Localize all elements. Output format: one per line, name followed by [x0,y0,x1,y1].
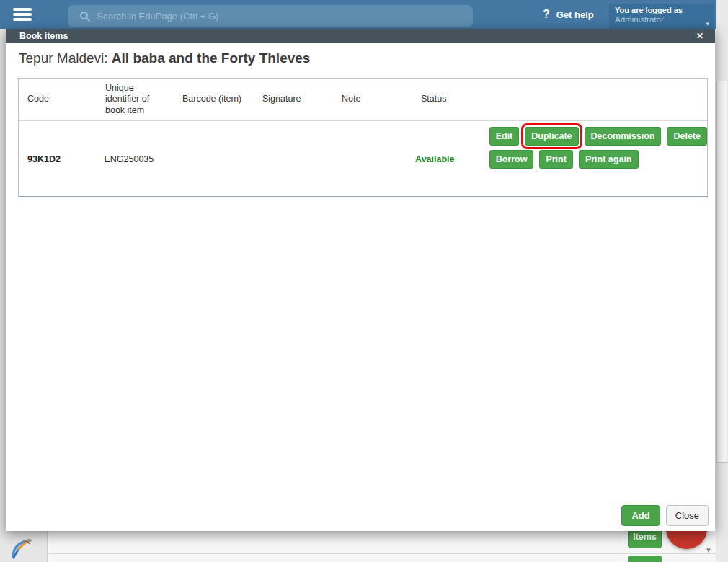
search-box[interactable] [68,5,473,27]
close-icon[interactable]: ✕ [694,29,706,43]
book-items-modal: Book items ✕ Tepur Maldevi: Ali baba and… [6,29,715,531]
cell-barcode [172,121,250,195]
column-header-signature: Signature [254,94,333,105]
scrollbar-thumb[interactable] [716,81,727,463]
search-input[interactable] [97,11,443,22]
column-header-barcode: Barcode (item) [174,94,254,105]
search-icon [79,11,91,22]
actions-line-2: Borrow Print Print again [489,150,707,169]
edit-button[interactable]: Edit [489,127,520,146]
column-header-note: Note [333,94,412,105]
edupage-pen-logo-icon [9,535,35,561]
table-row: 93K1D2 ENG250035 Available Edit Duplicat… [19,121,707,195]
column-header-status: Status [412,94,486,105]
question-mark-icon: ? [543,8,550,21]
get-help-button[interactable]: ? Get help [543,8,594,21]
top-bar: ? Get help You are logged as Administrat… [0,0,716,29]
logged-as-user: Administrator [615,15,708,24]
modal-title: Book items [19,31,68,41]
logged-as-label: You are logged as [615,6,708,14]
page-title: Tepur Maldevi: Ali baba and the Forty Th… [19,50,310,66]
table-header-row: Code Unique identifier of book item Barc… [19,79,707,121]
column-header-unique-id: Unique identifier of book item [97,83,174,117]
cell-signature [250,121,328,195]
borrow-button[interactable]: Borrow [489,150,534,169]
delete-button[interactable]: Delete [667,127,707,146]
cell-code: 93K1D2 [19,121,95,195]
cell-note [329,121,407,195]
print-again-button[interactable]: Print again [579,150,639,169]
get-help-label: Get help [556,9,594,20]
row-actions: Edit Duplicate Decommission Delete Borro… [479,121,707,195]
status-badge: Available [407,121,479,195]
account-menu[interactable]: You are logged as Administrator ▾ [609,4,714,29]
modal-header: Book items ✕ [6,29,715,43]
duplicate-button[interactable]: Duplicate [525,127,578,146]
book-title: Ali baba and the Forty Thieves [112,50,311,66]
scroll-down-icon[interactable]: ▼ [703,545,714,556]
book-author: Tepur Maldevi: [19,50,112,66]
column-header-code: Code [19,94,97,105]
cell-unique-id: ENG250035 [95,121,171,195]
chevron-down-icon: ▾ [706,20,709,27]
modal-footer: Add Close [621,505,709,526]
actions-line-1: Edit Duplicate Decommission Delete [489,127,707,146]
print-button[interactable]: Print [539,150,572,169]
close-button[interactable]: Close [666,505,709,526]
items-button-partial [628,556,662,562]
decommission-button[interactable]: Decommission [585,127,662,146]
window-scrollbar[interactable] [716,0,728,562]
book-items-table: Code Unique identifier of book item Barc… [18,78,708,197]
hamburger-menu-icon[interactable] [13,8,32,21]
divider [48,553,716,554]
add-button[interactable]: Add [621,505,660,526]
